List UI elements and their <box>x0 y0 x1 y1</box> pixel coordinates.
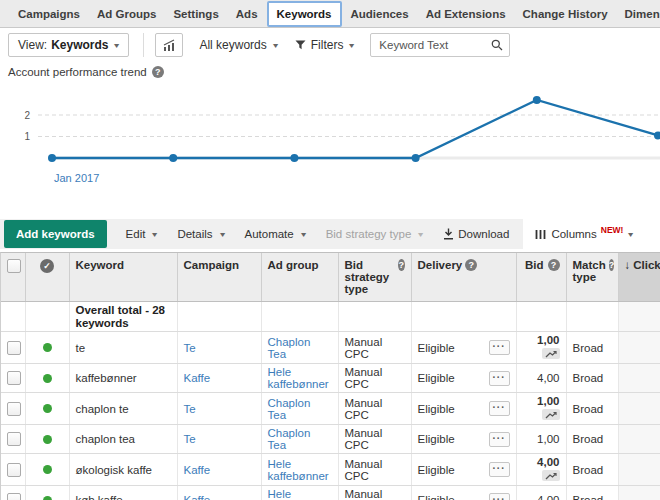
tab-ads[interactable]: Ads <box>228 0 266 28</box>
tab-change-history[interactable]: Change History <box>515 0 616 28</box>
status-enabled-icon[interactable] <box>43 404 52 413</box>
top-nav: Campaigns Ad Groups Settings Ads Keyword… <box>0 0 660 28</box>
policy-details-button[interactable] <box>489 340 510 355</box>
bid-cell: 1,00 <box>516 425 566 454</box>
campaign-link[interactable]: Te <box>184 403 196 415</box>
policy-details-button[interactable] <box>489 462 510 477</box>
chevron-down-icon <box>416 231 425 238</box>
add-keywords-button[interactable]: Add keywords <box>4 220 107 248</box>
row-checkbox[interactable] <box>7 341 21 355</box>
clicks-cell <box>618 486 660 500</box>
ad-group-link[interactable]: Chaplon Tea <box>268 427 311 451</box>
policy-details-button[interactable] <box>489 371 510 386</box>
table-row: te Te Chaplon Tea Manual CPC Eligible 1,… <box>1 332 660 364</box>
tab-audiences[interactable]: Audiences <box>343 0 417 28</box>
policy-details-button[interactable] <box>489 432 510 447</box>
policy-details-button[interactable] <box>489 401 510 416</box>
tab-campaigns[interactable]: Campaigns <box>10 0 88 28</box>
row-checkbox[interactable] <box>7 371 21 385</box>
row-checkbox[interactable] <box>7 432 21 446</box>
status-enabled-icon[interactable] <box>43 343 52 352</box>
ad-group-link[interactable]: Hele kaffebønner <box>268 366 329 390</box>
ad-group-link[interactable]: Hele kaffebønner <box>268 488 329 500</box>
header-bid[interactable]: Bid <box>516 253 566 302</box>
automate-menu[interactable]: Automate <box>244 228 306 240</box>
adwords-keywords-page: Campaigns Ad Groups Settings Ads Keyword… <box>0 0 660 500</box>
chevron-down-icon <box>218 231 227 238</box>
header-match-type[interactable]: Match type <box>566 253 618 302</box>
help-icon[interactable] <box>609 259 615 271</box>
tab-ad-extensions[interactable]: Ad Extensions <box>418 0 514 28</box>
match-type-cell: Broad <box>566 425 618 454</box>
header-delivery[interactable]: Delivery <box>411 253 516 302</box>
tab-settings[interactable]: Settings <box>165 0 226 28</box>
status-enabled-icon[interactable] <box>43 374 52 383</box>
bid-strategy-type-menu: Bid strategy type <box>326 228 425 240</box>
select-all-checkbox[interactable] <box>7 259 21 273</box>
table-row: økologisk kaffe Kaffe Hele kaffebønner M… <box>1 454 660 486</box>
tab-keywords[interactable]: Keywords <box>267 1 342 27</box>
keyword-filter-dropdown[interactable]: All keywords <box>199 38 278 52</box>
policy-details-button[interactable] <box>489 493 510 500</box>
bid-trend-icon[interactable] <box>542 348 560 359</box>
help-icon[interactable] <box>465 259 477 271</box>
keyword-cell: køb kaffe <box>69 486 177 500</box>
details-menu[interactable]: Details <box>177 228 225 240</box>
edit-menu[interactable]: Edit <box>126 228 159 240</box>
campaign-link[interactable]: Kaffe <box>184 464 211 476</box>
row-checkbox[interactable] <box>7 493 21 500</box>
row-checkbox[interactable] <box>7 463 21 477</box>
delivery-status: Eligible <box>418 403 455 415</box>
chart-title-row: Account performance trend <box>8 66 164 78</box>
status-check-icon[interactable] <box>40 259 54 273</box>
clicks-cell <box>618 364 660 393</box>
download-button[interactable]: Download <box>443 228 509 240</box>
bid-trend-icon[interactable] <box>542 470 560 481</box>
header-ad-group[interactable]: Ad group <box>261 253 338 302</box>
match-type-cell: Broad <box>566 454 618 486</box>
bid-trend-icon[interactable] <box>542 409 560 420</box>
help-icon[interactable] <box>398 259 405 271</box>
bid-cell: 4,00 <box>516 364 566 393</box>
download-icon <box>443 228 454 240</box>
bid-cell: 1,00 <box>516 393 566 425</box>
keyword-search-input[interactable] <box>377 38 491 52</box>
campaign-link[interactable]: Te <box>184 433 196 445</box>
bar-chart-icon <box>162 39 176 52</box>
help-icon[interactable] <box>152 66 164 78</box>
search-icon[interactable] <box>491 39 503 51</box>
header-clicks-sorted[interactable]: Clicks <box>618 253 660 302</box>
ad-group-link[interactable]: Chaplon Tea <box>268 397 311 421</box>
header-status-cell <box>25 253 69 302</box>
status-enabled-icon[interactable] <box>43 465 52 474</box>
bid-strategy-cell: Manual CPC <box>338 364 411 393</box>
tab-dimensions[interactable]: Dimensions <box>617 0 660 28</box>
svg-text:2: 2 <box>24 110 30 121</box>
help-icon[interactable] <box>548 259 560 271</box>
toggle-graph-button[interactable] <box>155 33 183 57</box>
chevron-down-icon <box>112 42 121 49</box>
status-enabled-icon[interactable] <box>43 435 52 444</box>
ad-group-link[interactable]: Chaplon Tea <box>268 336 311 360</box>
view-selector[interactable]: View: Keywords <box>8 33 129 57</box>
header-campaign[interactable]: Campaign <box>177 253 261 302</box>
header-checkbox-cell <box>1 253 25 302</box>
campaign-link[interactable]: Kaffe <box>184 372 211 384</box>
columns-menu[interactable]: Columns NEW! <box>535 228 634 240</box>
bid-strategy-cell: Manual CPC <box>338 332 411 364</box>
status-enabled-icon[interactable] <box>43 496 52 500</box>
header-keyword[interactable]: Keyword <box>69 253 177 302</box>
delivery-status: Eligible <box>418 464 455 476</box>
campaign-link[interactable]: Te <box>184 342 196 354</box>
campaign-link[interactable]: Kaffe <box>184 494 211 500</box>
tab-ad-groups[interactable]: Ad Groups <box>89 0 164 28</box>
filters-dropdown[interactable]: Filters <box>295 38 356 52</box>
bid-strategy-cell: Manual CPC <box>338 454 411 486</box>
row-checkbox[interactable] <box>7 402 21 416</box>
filters-label: Filters <box>311 38 344 52</box>
header-bid-strategy-type[interactable]: Bid strategy type <box>338 253 411 302</box>
delivery-status: Eligible <box>418 342 455 354</box>
match-type-cell: Broad <box>566 364 618 393</box>
view-toolbar: View: Keywords All keywords Filters <box>0 28 660 62</box>
ad-group-link[interactable]: Hele kaffebønner <box>268 458 329 482</box>
